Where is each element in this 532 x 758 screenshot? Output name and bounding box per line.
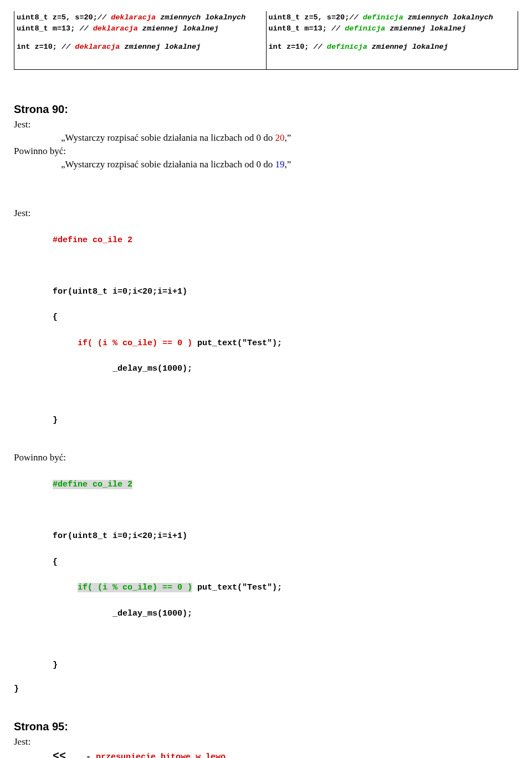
jest-label: Jest: bbox=[14, 119, 518, 130]
code-line: int z=10; // definicja zmiennej lokalnej bbox=[269, 42, 516, 53]
code-text: int z=10; bbox=[17, 43, 62, 51]
code-line: uint8_t z=5, s=20;// definicja zmiennych… bbox=[269, 12, 516, 23]
if-rest: put_text("Test"); bbox=[192, 583, 282, 592]
if-condition: if( (i % co_ile) == 0 ) bbox=[78, 583, 192, 592]
spacer bbox=[14, 440, 518, 450]
jest-label: Jest: bbox=[14, 736, 518, 747]
if-rest: put_text("Test"); bbox=[192, 339, 282, 348]
comment-word: definicja bbox=[345, 24, 385, 33]
spacer bbox=[14, 189, 518, 206]
comment-rest: zmiennej lokalnej bbox=[120, 43, 201, 51]
delay-line: _delay_ms(1000); bbox=[53, 607, 518, 620]
delay-line: _delay_ms(1000); bbox=[53, 362, 518, 375]
comment-word: deklaracja bbox=[111, 13, 156, 22]
operator-desc: przesunięcie bitowe w lewo bbox=[96, 752, 226, 758]
code-line: uint8_t m=13; // deklaracja zmiennej lok… bbox=[17, 23, 264, 34]
code-block-powinno: #define co_ile 2 for(uint8_t i=0;i<20;i=… bbox=[53, 465, 518, 684]
blank-line bbox=[53, 504, 518, 517]
comment-rest: zmiennych lokalnych bbox=[403, 13, 493, 22]
top-left-cell: uint8_t z=5, s=20;// deklaracja zmiennyc… bbox=[14, 11, 267, 69]
operator-row: <<-przesunięcie bitowe w lewo bbox=[53, 750, 518, 758]
brace-close: } bbox=[53, 414, 518, 427]
operator-dash: - bbox=[86, 752, 96, 758]
comment-prefix: // bbox=[327, 24, 345, 33]
comment-word: definicja bbox=[327, 43, 367, 51]
quote-text: „Wystarczy rozpisać sobie działania na l… bbox=[61, 132, 275, 143]
spacer bbox=[14, 172, 518, 189]
blank-line bbox=[269, 34, 516, 42]
top-right-cell: uint8_t z=5, s=20;// definicja zmiennych… bbox=[267, 11, 518, 69]
comment-word: deklaracja bbox=[75, 43, 120, 51]
powinno-label: Powinno być: bbox=[14, 146, 518, 157]
define-line: #define co_ile 2 bbox=[53, 478, 518, 491]
for-line: for(uint8_t i=0;i<20;i=i+1) bbox=[53, 530, 518, 542]
if-line: if( (i % co_ile) == 0 ) put_text("Test")… bbox=[53, 581, 518, 594]
comment-prefix: // bbox=[75, 24, 93, 33]
code-text: uint8_t z=5, s=20; bbox=[269, 13, 350, 22]
code-text: uint8_t z=5, s=20; bbox=[17, 13, 98, 22]
blank-line bbox=[53, 388, 518, 401]
code-text: int z=10; bbox=[269, 43, 314, 51]
code-text: uint8_t m=13; bbox=[17, 24, 75, 33]
define-line: #define co_ile 2 bbox=[53, 234, 518, 247]
top-code-comparison: uint8_t z=5, s=20;// deklaracja zmiennyc… bbox=[14, 11, 518, 70]
comment-prefix: // bbox=[314, 43, 327, 51]
brace-close-outer: } bbox=[14, 684, 518, 694]
comment-word: deklaracja bbox=[93, 24, 138, 33]
brace-close: } bbox=[53, 659, 518, 672]
if-condition: if( (i % co_ile) == 0 ) bbox=[53, 339, 192, 348]
comment-prefix: // bbox=[98, 13, 111, 22]
operator-symbol: << bbox=[53, 750, 86, 758]
quote-tail: ,” bbox=[285, 159, 291, 170]
comment-rest: zmiennej lokalnej bbox=[138, 24, 219, 33]
comment-prefix: // bbox=[349, 13, 362, 22]
blank-line bbox=[17, 34, 264, 42]
for-line: for(uint8_t i=0;i<20;i=i+1) bbox=[53, 285, 518, 298]
quote-number: 20 bbox=[275, 132, 285, 143]
comment-word: definicja bbox=[363, 13, 403, 22]
quote-jest: „Wystarczy rozpisać sobie działania na l… bbox=[61, 132, 518, 144]
code-text: uint8_t m=13; bbox=[269, 24, 327, 33]
spacer bbox=[14, 694, 518, 704]
blank-line bbox=[53, 633, 518, 646]
quote-powinno: „Wystarczy rozpisać sobie działania na l… bbox=[61, 159, 518, 170]
brace-open: { bbox=[53, 556, 518, 568]
code-line: int z=10; // deklaracja zmiennej lokalne… bbox=[17, 42, 264, 53]
page-95-heading: Strona 95: bbox=[14, 720, 518, 733]
page-90-heading: Strona 90: bbox=[14, 103, 518, 116]
if-line: if( (i % co_ile) == 0 ) put_text("Test")… bbox=[53, 337, 518, 350]
brace-open: { bbox=[53, 311, 518, 324]
define-hl: #define co_ile 2 bbox=[53, 480, 132, 489]
comment-rest: zmiennej lokalnej bbox=[385, 24, 466, 33]
comment-rest: zmiennej lokalnej bbox=[367, 43, 448, 51]
comment-rest: zmiennych lokalnych bbox=[156, 13, 245, 22]
code-block-jest: #define co_ile 2 for(uint8_t i=0;i<20;i=… bbox=[53, 221, 518, 440]
comment-prefix: // bbox=[62, 43, 75, 51]
powinno-label: Powinno być: bbox=[14, 452, 518, 463]
quote-number: 19 bbox=[275, 159, 285, 170]
quote-tail: ,” bbox=[285, 132, 291, 143]
code-line: uint8_t m=13; // definicja zmiennej loka… bbox=[269, 23, 516, 34]
operators-jest: <<-przesunięcie bitowe w lewo>>-przesuni… bbox=[14, 750, 518, 758]
blank-line bbox=[53, 259, 518, 272]
code-line: uint8_t z=5, s=20;// deklaracja zmiennyc… bbox=[17, 12, 264, 23]
quote-text: „Wystarczy rozpisać sobie działania na l… bbox=[61, 159, 275, 170]
jest-label: Jest: bbox=[14, 208, 518, 219]
